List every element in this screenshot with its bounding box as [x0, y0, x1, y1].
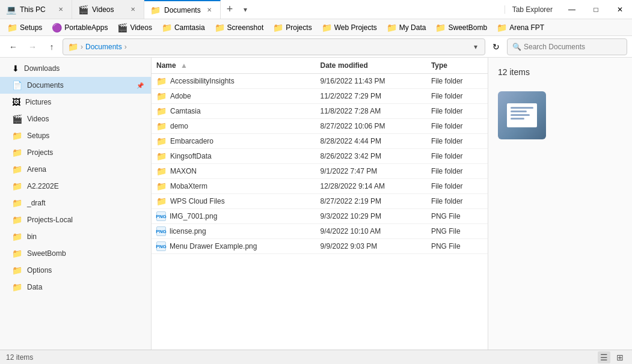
sweetbomb-sidebar-label: SweetBomb	[27, 249, 132, 258]
address-dropdown-button[interactable]: ▾	[471, 41, 480, 52]
quick-access-portableapps[interactable]: 🟣PortableApps	[48, 22, 111, 34]
quick-access-arena-fpt[interactable]: 📁Arena FPT	[493, 22, 548, 34]
quick-access-my-data[interactable]: 📁My Data	[383, 22, 430, 34]
videos-sidebar-label: Videos	[27, 115, 132, 123]
maximize-button[interactable]: □	[584, 0, 608, 19]
quick-access-screenshot[interactable]: 📁Screenshot	[211, 22, 268, 34]
quick-access-setups[interactable]: 📁Setups	[4, 22, 46, 34]
search-bar[interactable]: 🔍	[507, 38, 627, 55]
status-right: ☰ ⊞	[598, 351, 626, 363]
sidebar-item-bin[interactable]: 📁 bin	[0, 228, 151, 245]
documents-pin-icon: 📌	[137, 82, 144, 89]
tab-this-pc-label: This PC	[20, 5, 46, 14]
file-date-cell: 9/3/2022 10:29 PM	[316, 209, 426, 224]
sidebar-item-data[interactable]: 📁 Data	[0, 279, 151, 296]
bin-sidebar-icon: 📁	[12, 232, 22, 241]
draft-sidebar-icon: 📁	[12, 198, 22, 208]
refresh-button[interactable]: ↻	[488, 38, 505, 55]
main-content: ⬇ Downloads 📌 📄 Documents 📌 🖼 Pictures 📌…	[0, 58, 632, 350]
address-folder-icon: 📁	[68, 42, 78, 52]
arena-sidebar-label: Arena	[27, 165, 144, 174]
sweetbomb-icon: 📁	[435, 23, 446, 32]
options-sidebar-label: Options	[27, 266, 144, 275]
sidebar-item-a22202e[interactable]: 📁 A2.2202E	[0, 178, 151, 195]
view-list-button[interactable]: ☰	[598, 351, 610, 363]
view-grid-button[interactable]: ⊞	[614, 351, 626, 363]
search-icon: 🔍	[512, 43, 521, 51]
close-button[interactable]: ✕	[608, 0, 632, 19]
col-date-header[interactable]: Date modified	[316, 58, 426, 74]
file-date-cell: 12/28/2022 9:14 AM	[316, 179, 426, 194]
search-input[interactable]	[524, 43, 622, 51]
quick-access-sweetbomb[interactable]: 📁SweetBomb	[432, 22, 491, 34]
sidebar-item-arena[interactable]: 📁 Arena	[0, 161, 151, 178]
table-row[interactable]: PNG Menu Drawer Example.png 9/9/2022 9:0…	[152, 239, 488, 254]
app-title: Tab Explorer	[505, 5, 560, 14]
tab-dropdown-button[interactable]: ▾	[239, 5, 252, 14]
table-row[interactable]: 📁 MobaXterm 12/28/2022 9:14 AM File fold…	[152, 179, 488, 194]
file-type-cell: File folder	[426, 179, 488, 194]
table-row[interactable]: 📁 WPS Cloud Files 8/27/2022 2:19 PM File…	[152, 194, 488, 209]
file-type-cell: File folder	[426, 74, 488, 89]
file-type-cell: File folder	[426, 119, 488, 134]
file-type-cell: File folder	[426, 164, 488, 179]
tab-this-pc[interactable]: 💻 This PC ✕	[0, 0, 72, 19]
quick-access-camtasia[interactable]: 📁Camtasia	[158, 22, 209, 34]
sidebar-item-videos[interactable]: 🎬 Videos 📌	[0, 111, 151, 127]
file-type-cell: File folder	[426, 134, 488, 149]
file-name-cell: 📁 AccessibilityInsights	[152, 74, 316, 89]
downloads-sidebar-label: Downloads	[24, 64, 132, 73]
a22202e-sidebar-label: A2.2202E	[27, 182, 144, 190]
videos-icon: 🎬	[117, 23, 127, 32]
col-name-header[interactable]: Name ▲	[152, 58, 316, 74]
table-row[interactable]: 📁 AccessibilityInsights 9/16/2022 11:43 …	[152, 74, 488, 89]
tab-videos[interactable]: 🎬 Videos ✕	[72, 0, 144, 19]
sidebar-item-draft[interactable]: 📁 _draft	[0, 195, 151, 211]
file-date-cell: 11/2/2022 7:29 PM	[316, 89, 426, 104]
table-row[interactable]: 📁 MAXON 9/1/2022 7:47 PM File folder	[152, 164, 488, 179]
quick-access-web-projects[interactable]: 📁Web Projects	[318, 22, 381, 34]
table-row[interactable]: 📁 Embarcadero 8/28/2022 4:44 PM File fol…	[152, 134, 488, 149]
tab-documents-close[interactable]: ✕	[204, 5, 214, 14]
quick-access-videos[interactable]: 🎬Videos	[114, 22, 155, 34]
sidebar-item-setups[interactable]: 📁 Setups	[0, 127, 151, 144]
tab-videos-close[interactable]: ✕	[128, 5, 138, 14]
nav-bar: ← → ↑ 📁 › Documents › ▾ ↻ 🔍	[0, 36, 632, 58]
file-name-cell: 📁 MAXON	[152, 164, 316, 179]
table-row[interactable]: 📁 KingsoftData 8/26/2022 3:42 PM File fo…	[152, 149, 488, 164]
table-row[interactable]: PNG license.png 9/4/2022 10:10 AM PNG Fi…	[152, 224, 488, 239]
arena-fpt-icon: 📁	[497, 23, 507, 32]
file-name-cell: 📁 MobaXterm	[152, 179, 316, 194]
sidebar-item-projects-local[interactable]: 📁 Projects-Local	[0, 211, 151, 228]
sidebar-item-projects[interactable]: 📁 Projects	[0, 144, 151, 161]
sidebar-item-pictures[interactable]: 🖼 Pictures 📌	[0, 94, 151, 111]
sidebar-item-options[interactable]: 📁 Options	[0, 262, 151, 279]
forward-button[interactable]: →	[24, 38, 41, 55]
up-button[interactable]: ↑	[43, 38, 60, 55]
table-row[interactable]: 📁 demo 8/27/2022 10:06 PM File folder	[152, 119, 488, 134]
videos-tab-icon: 🎬	[78, 5, 88, 14]
sidebar-item-sweetbomb[interactable]: 📁 SweetBomb 📌	[0, 245, 151, 262]
address-bar[interactable]: 📁 › Documents › ▾	[63, 38, 485, 55]
tab-documents[interactable]: 📁 Documents ✕	[144, 0, 221, 19]
col-type-header[interactable]: Type	[426, 58, 488, 74]
table-row[interactable]: PNG IMG_7001.png 9/3/2022 10:29 PM PNG F…	[152, 209, 488, 224]
address-breadcrumb-documents[interactable]: Documents	[85, 43, 122, 51]
minimize-button[interactable]: —	[560, 0, 584, 19]
tab-this-pc-close[interactable]: ✕	[56, 5, 66, 14]
table-row[interactable]: 📁 Adobe 11/2/2022 7:29 PM File folder	[152, 89, 488, 104]
sidebar-item-downloads[interactable]: ⬇ Downloads 📌	[0, 60, 151, 77]
quick-access-projects[interactable]: 📁Projects	[269, 22, 315, 34]
tabs-area: 💻 This PC ✕ 🎬 Videos ✕ 📁 Documents ✕ + ▾	[0, 0, 505, 19]
data-sidebar-icon: 📁	[12, 282, 22, 292]
file-date-cell: 9/4/2022 10:10 AM	[316, 224, 426, 239]
sweetbomb-sidebar-icon: 📁	[12, 249, 22, 258]
table-row[interactable]: 📁 Camtasia 11/8/2022 7:28 AM File folder	[152, 104, 488, 119]
status-bar: 12 items ☰ ⊞	[0, 350, 632, 364]
file-date-cell: 8/27/2022 10:06 PM	[316, 119, 426, 134]
back-button[interactable]: ←	[5, 38, 22, 55]
new-tab-button[interactable]: +	[221, 3, 239, 16]
file-name-cell: PNG Menu Drawer Example.png	[152, 239, 316, 254]
sidebar: ⬇ Downloads 📌 📄 Documents 📌 🖼 Pictures 📌…	[0, 58, 152, 350]
sidebar-item-documents[interactable]: 📄 Documents 📌	[0, 77, 151, 94]
